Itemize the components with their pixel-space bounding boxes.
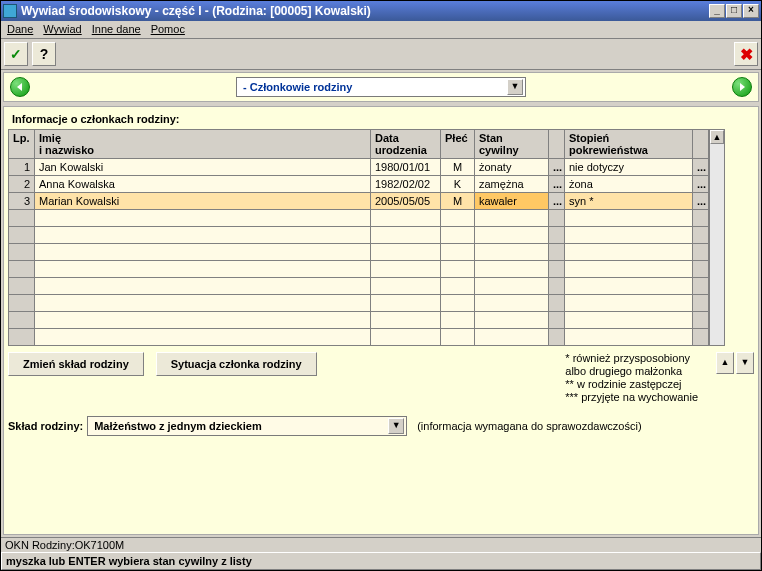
kinship-picker-button[interactable]: ...	[693, 176, 709, 193]
member-situation-button[interactable]: Sytuacja członka rodziny	[156, 352, 317, 376]
cell-marital[interactable]: zamężna	[475, 176, 549, 193]
change-family-button[interactable]: Zmień skład rodziny	[8, 352, 144, 376]
check-icon: ✓	[10, 46, 22, 62]
family-table: Lp. Imięi nazwisko Dataurodzenia Płeć St…	[8, 129, 709, 346]
maximize-button[interactable]: □	[726, 4, 742, 18]
main-panel: Informacje o członkach rodziny: Lp. Imię…	[3, 106, 759, 535]
table-row[interactable]: 3 Marian Kowalski 2005/05/05 M kawaler .…	[9, 193, 709, 210]
toolbar: ✓ ? ✖	[1, 39, 761, 70]
form-id: OKN Rodziny:OK7100M	[5, 539, 124, 551]
titlebar: Wywiad środowiskowy - część I - (Rodzina…	[1, 1, 761, 21]
ok-button[interactable]: ✓	[4, 42, 28, 66]
cell-lp: 2	[9, 176, 35, 193]
col-dob[interactable]: Dataurodzenia	[371, 130, 441, 159]
buttons-row: Zmień skład rodziny Sytuacja członka rod…	[8, 352, 754, 404]
prev-section-button[interactable]	[10, 77, 30, 97]
table-row-empty	[9, 312, 709, 329]
footnote-2: albo drugiego małżonka	[565, 365, 698, 378]
table-row[interactable]: 2 Anna Kowalska 1982/02/02 K zamężna ...…	[9, 176, 709, 193]
nav-row: - Członkowie rodziny ▼	[3, 72, 759, 102]
app-icon	[3, 4, 17, 18]
cell-name[interactable]: Marian Kowalski	[35, 193, 371, 210]
grid-wrap: Lp. Imięi nazwisko Dataurodzenia Płeć St…	[8, 129, 754, 346]
table-row-empty	[9, 210, 709, 227]
cell-kinship[interactable]: nie dotyczy	[565, 159, 693, 176]
cell-sex[interactable]: K	[441, 176, 475, 193]
close-window-button[interactable]: ×	[743, 4, 759, 18]
marital-picker-button[interactable]: ...	[549, 193, 565, 210]
menu-inne-dane[interactable]: Inne dane	[92, 23, 141, 36]
footnotes: * również przysposobiony albo drugiego m…	[565, 352, 698, 404]
cell-dob[interactable]: 1982/02/02	[371, 176, 441, 193]
move-up-button[interactable]: ▲	[716, 352, 734, 374]
move-down-button[interactable]: ▼	[736, 352, 754, 374]
chevron-down-icon: ▼	[388, 418, 404, 434]
vertical-scrollbar[interactable]: ▲	[709, 129, 725, 346]
table-row-empty	[9, 329, 709, 346]
col-sex[interactable]: Płeć	[441, 130, 475, 159]
section-select-value: - Członkowie rodziny	[243, 81, 352, 93]
sklad-select[interactable]: Małżeństwo z jednym dzieckiem ▼	[87, 416, 407, 436]
cell-kinship[interactable]: syn *	[565, 193, 693, 210]
footnote-3: ** w rodzinie zastępczej	[565, 378, 698, 391]
minimize-button[interactable]: _	[709, 4, 725, 18]
cell-marital[interactable]: żonaty	[475, 159, 549, 176]
col-lp[interactable]: Lp.	[9, 130, 35, 159]
table-row[interactable]: 1 Jan Kowalski 1980/01/01 M żonaty ... n…	[9, 159, 709, 176]
kinship-picker-button[interactable]: ...	[693, 159, 709, 176]
menubar: Dane Wywiad Inne dane Pomoc	[1, 21, 761, 39]
row-reorder: ▲ ▼	[716, 352, 754, 374]
footnote-4: *** przyjęte na wychowanie	[565, 391, 698, 404]
section-title: Informacje o członkach rodziny:	[12, 113, 754, 125]
scroll-up-button[interactable]: ▲	[710, 130, 724, 144]
cell-kinship[interactable]: żona	[565, 176, 693, 193]
kinship-picker-button[interactable]: ...	[693, 193, 709, 210]
close-icon: ✖	[740, 45, 753, 64]
marital-picker-button[interactable]: ...	[549, 159, 565, 176]
arrow-right-icon	[737, 82, 747, 92]
menu-pomoc[interactable]: Pomoc	[151, 23, 185, 36]
table-row-empty	[9, 261, 709, 278]
menu-wywiad[interactable]: Wywiad	[43, 23, 81, 36]
cell-sex[interactable]: M	[441, 159, 475, 176]
table-row-empty	[9, 278, 709, 295]
col-marital-picker	[549, 130, 565, 159]
footnote-1: * również przysposobiony	[565, 352, 698, 365]
footer: OKN Rodziny:OK7100M	[1, 537, 761, 552]
cell-lp: 3	[9, 193, 35, 210]
menu-dane[interactable]: Dane	[7, 23, 33, 36]
cell-name[interactable]: Anna Kowalska	[35, 176, 371, 193]
sklad-row: Skład rodziny: Małżeństwo z jednym dziec…	[8, 416, 754, 436]
sklad-label: Skład rodziny:	[8, 420, 83, 432]
table-row-empty	[9, 227, 709, 244]
chevron-down-icon: ▼	[507, 79, 523, 95]
table-row-empty	[9, 244, 709, 261]
arrow-left-icon	[15, 82, 25, 92]
statusbar: myszka lub ENTER wybiera stan cywilny z …	[1, 552, 761, 570]
cell-sex[interactable]: M	[441, 193, 475, 210]
help-icon: ?	[40, 46, 49, 62]
cell-dob[interactable]: 1980/01/01	[371, 159, 441, 176]
col-kinship[interactable]: Stopieńpokrewieństwa	[565, 130, 693, 159]
section-select[interactable]: - Członkowie rodziny ▼	[236, 77, 526, 97]
cell-lp: 1	[9, 159, 35, 176]
next-section-button[interactable]	[732, 77, 752, 97]
cell-marital[interactable]: kawaler	[475, 193, 549, 210]
col-kinship-picker	[693, 130, 709, 159]
table-row-empty	[9, 295, 709, 312]
col-marital[interactable]: Stancywilny	[475, 130, 549, 159]
marital-picker-button[interactable]: ...	[549, 176, 565, 193]
window-title: Wywiad środowiskowy - część I - (Rodzina…	[21, 4, 709, 18]
help-button[interactable]: ?	[32, 42, 56, 66]
close-button[interactable]: ✖	[734, 42, 758, 66]
status-text: myszka lub ENTER wybiera stan cywilny z …	[6, 555, 252, 567]
col-name[interactable]: Imięi nazwisko	[35, 130, 371, 159]
sklad-hint: (informacja wymagana do sprawozdawczości…	[417, 420, 641, 432]
sklad-value: Małżeństwo z jednym dzieckiem	[94, 420, 262, 432]
cell-dob[interactable]: 2005/05/05	[371, 193, 441, 210]
cell-name[interactable]: Jan Kowalski	[35, 159, 371, 176]
